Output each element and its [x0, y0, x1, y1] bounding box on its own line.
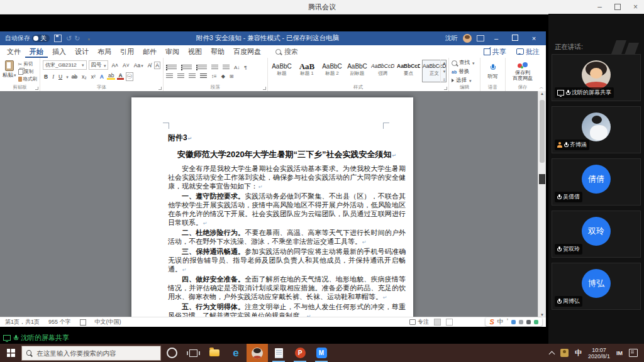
underline-button[interactable]: U — [57, 74, 64, 80]
increase-indent-icon[interactable] — [223, 65, 230, 70]
cortana-button[interactable] — [161, 344, 182, 362]
ime-punctuation-icon[interactable]: ’ — [507, 318, 508, 326]
word-restore-icon[interactable] — [508, 35, 522, 42]
style-gallery-item[interactable]: AaB 标题 1 — [295, 60, 319, 82]
taskbar-search-input[interactable] — [35, 349, 156, 358]
ribbon-tab[interactable]: 插入 — [48, 45, 70, 58]
save-icon[interactable] — [54, 35, 62, 42]
scroll-up-icon[interactable]: ▲ — [538, 92, 546, 96]
cut-button[interactable]: 剪切 — [18, 61, 38, 67]
document-canvas[interactable]: 附件3 安徽师范大学2020年大学生暑期“三下乡”社会实践安全须知 安全有序是我… — [0, 91, 538, 317]
style-gallery-item[interactable]: AaBbC 标题 — [270, 60, 294, 82]
copy-button[interactable]: 复制 — [18, 69, 38, 75]
italic-button[interactable]: I — [51, 74, 55, 80]
minimize-icon[interactable]: – — [597, 3, 602, 11]
word-minimize-icon[interactable]: – — [489, 35, 503, 42]
task-view-button[interactable] — [182, 344, 204, 362]
format-painter-button[interactable]: 格式刷 — [18, 76, 38, 82]
ribbon-tab[interactable]: 设计 — [70, 45, 93, 58]
enclose-char-icon[interactable]: ㊀ — [126, 72, 134, 81]
ribbon-tab[interactable]: 布局 — [93, 45, 116, 58]
style-gallery-scroll[interactable]: ▲▼≡ — [440, 60, 448, 83]
ime-tray-icon[interactable]: IM — [616, 350, 623, 356]
shading-icon[interactable]: ◆ — [221, 74, 225, 79]
decrease-indent-icon[interactable] — [211, 65, 218, 70]
word-doc-app-button[interactable] — [268, 344, 289, 362]
scroll-position-marker[interactable] — [539, 174, 545, 184]
style-gallery-item[interactable]: AaBbCcD 要点 — [396, 60, 421, 82]
document-page[interactable]: 附件3 安徽师范大学2020年大学生暑期“三下乡”社会实践安全须知 安全有序是我… — [131, 97, 413, 317]
ribbon-tab[interactable]: 视图 — [184, 45, 206, 58]
accessibility-icon[interactable] — [80, 319, 86, 326]
ribbon-tab[interactable]: 开始 — [25, 45, 48, 58]
ribbon-tab[interactable]: 文件 — [3, 45, 25, 58]
file-explorer-button[interactable] — [204, 344, 225, 362]
ime-mode-chinese[interactable]: 中 — [497, 318, 504, 326]
edge-button[interactable]: e — [225, 344, 247, 362]
find-button[interactable]: 查找 — [452, 59, 477, 67]
dialog-launcher-icon[interactable] — [263, 87, 266, 90]
focus-mode-button[interactable]: 专注 — [409, 318, 429, 326]
align-left-icon[interactable] — [166, 74, 173, 79]
participant-tile[interactable]: 沈听的屏幕共享 — [552, 54, 641, 101]
bullet-list-icon[interactable] — [166, 65, 177, 70]
multilevel-list-icon[interactable] — [196, 65, 207, 70]
sort-icon[interactable]: A↓ — [234, 65, 240, 70]
page-info[interactable]: 第1页，共1页 — [5, 318, 40, 326]
language-status[interactable]: 中文(中国) — [95, 318, 121, 326]
tray-app-icon[interactable] — [560, 349, 569, 357]
ime-toolbox-icon[interactable] — [534, 320, 538, 324]
align-center-icon[interactable] — [177, 74, 184, 79]
select-button[interactable]: 选择 — [452, 77, 477, 84]
change-case-icon[interactable]: Aa — [133, 62, 145, 69]
subscript-button[interactable]: x₂ — [80, 74, 88, 80]
font-color-icon[interactable]: A — [117, 73, 123, 80]
sogou-ime-toolbar[interactable]: S 中 ’ — [486, 317, 542, 326]
ribbon-tab[interactable]: 百度网盘 — [229, 45, 265, 58]
participant-tile[interactable]: 双玲 贺双玲 — [552, 211, 641, 258]
justify-icon[interactable] — [200, 74, 207, 79]
font-size-combo[interactable]: 四号 — [89, 60, 109, 70]
tray-expand-icon[interactable] — [549, 351, 555, 357]
style-gallery-item[interactable]: AaBbCcD 强调 — [370, 60, 395, 82]
search-box[interactable]: 搜索 — [275, 47, 298, 57]
ribbon-tab[interactable]: 审阅 — [161, 45, 184, 58]
share-button[interactable]: 共享 — [484, 47, 506, 57]
superscript-button[interactable]: x² — [90, 74, 97, 80]
scrollbar-thumb[interactable] — [540, 100, 545, 163]
text-effects-icon[interactable]: A — [99, 74, 105, 80]
close-icon[interactable]: × — [633, 3, 638, 11]
autosave-toggle[interactable]: 自动保存 关 — [5, 34, 50, 43]
ime-keyboard-icon[interactable] — [526, 320, 531, 324]
paste-button[interactable]: 粘贴 — [3, 60, 16, 83]
strikethrough-button[interactable]: ab — [70, 74, 79, 80]
restore-icon[interactable] — [614, 4, 621, 10]
number-list-icon[interactable] — [181, 65, 192, 70]
ribbon-tab[interactable]: 邮件 — [138, 45, 161, 58]
ime-indicator[interactable]: 中 — [575, 348, 582, 358]
powerpoint-button[interactable]: P — [289, 344, 311, 362]
read-mode-icon[interactable] — [434, 319, 441, 326]
collapse-ribbon-icon[interactable]: ︿ — [539, 85, 544, 90]
highlight-color-icon[interactable]: ab — [107, 73, 115, 80]
participant-tile[interactable]: 倩倩 吴倩倩 — [552, 158, 641, 206]
dialog-launcher-icon[interactable] — [158, 87, 162, 90]
print-layout-icon[interactable] — [446, 319, 453, 326]
sogou-logo-icon[interactable]: S — [489, 318, 494, 326]
font-name-combo[interactable]: 仿宋_GB2312 — [43, 60, 87, 70]
word-count[interactable]: 955 个字 — [48, 318, 71, 326]
action-center-icon[interactable] — [629, 349, 638, 357]
qat-dropdown-icon[interactable] — [87, 35, 90, 42]
participant-tile[interactable]: 齐博涵 — [552, 106, 641, 153]
word-close-icon[interactable]: × — [527, 35, 541, 42]
clock[interactable]: 10:07 2020/8/1 — [588, 347, 610, 359]
grow-font-icon[interactable]: A˄ — [110, 62, 119, 69]
participant-tile[interactable]: 博弘 周博弘 — [552, 263, 641, 310]
vertical-scrollbar[interactable]: ▲ ▼ — [538, 91, 546, 317]
taskbar-search[interactable] — [21, 346, 161, 361]
align-right-icon[interactable] — [189, 74, 196, 79]
style-gallery-item[interactable]: AaBbC 标题 2 — [320, 60, 344, 82]
bold-button[interactable]: B — [43, 74, 49, 80]
line-spacing-icon[interactable]: ↕≡ — [211, 74, 217, 79]
style-gallery-item[interactable]: AaBbC 副标题 — [345, 60, 369, 82]
